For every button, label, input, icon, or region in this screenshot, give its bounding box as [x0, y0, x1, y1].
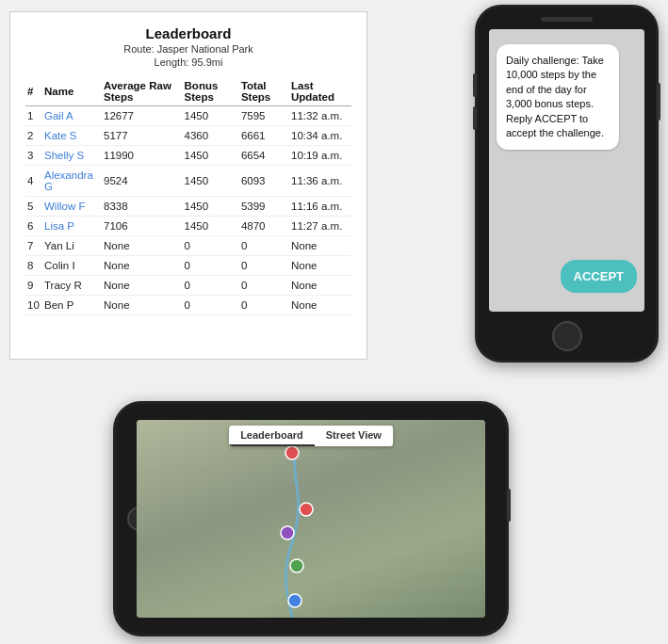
cell-total: 6093	[239, 166, 289, 197]
table-row: 4 Alexandra G 9524 1450 6093 11:36 a.m.	[25, 166, 351, 197]
svg-point-3	[290, 559, 303, 572]
leaderboard-route: Route: Jasper National Park	[25, 43, 351, 55]
cell-num: 3	[25, 146, 42, 166]
table-row: 8 Colin I None 0 0 None	[25, 256, 351, 276]
cell-updated: 11:27 a.m.	[289, 217, 351, 236]
cell-name: Tracy R	[42, 276, 102, 296]
col-avg-raw: Average Raw Steps	[102, 77, 183, 106]
cell-total: 0	[239, 236, 289, 256]
phone-right-home-btn[interactable]	[552, 321, 582, 351]
cell-total: 7595	[239, 106, 289, 126]
cell-num: 7	[25, 236, 42, 256]
cell-num: 9	[25, 276, 42, 296]
svg-point-1	[300, 503, 313, 516]
cell-avg-raw: None	[102, 236, 183, 256]
cell-num: 2	[25, 126, 42, 146]
phone-right-screen: Daily challenge: Take 10,000 steps by th…	[489, 29, 644, 312]
cell-bonus: 0	[183, 236, 239, 256]
tab-leaderboard[interactable]: Leaderboard	[229, 426, 315, 446]
cell-name: Shelly S	[42, 146, 102, 166]
cell-num: 5	[25, 197, 42, 217]
cell-total: 0	[239, 296, 289, 315]
map-tabs: Leaderboard Street View	[229, 426, 393, 446]
cell-updated: 11:32 a.m.	[289, 106, 351, 126]
cell-name: Colin I	[42, 256, 102, 276]
cell-bonus: 0	[183, 276, 239, 296]
accept-bubble[interactable]: ACCEPT	[561, 260, 637, 293]
cell-bonus: 1450	[183, 166, 239, 197]
cell-total: 5399	[239, 197, 289, 217]
cell-bonus: 1450	[183, 106, 239, 126]
cell-bonus: 4360	[183, 126, 239, 146]
cell-num: 8	[25, 256, 42, 276]
leaderboard-title: Leaderboard	[25, 25, 351, 41]
side-button-right	[657, 83, 660, 121]
phone-bottom-side-btn	[507, 489, 511, 522]
cell-avg-raw: None	[102, 296, 183, 315]
map-background: Leaderboard Street View	[137, 420, 485, 618]
cell-total: 6654	[239, 146, 289, 166]
cell-bonus: 1450	[183, 217, 239, 236]
cell-name: Kate S	[42, 126, 102, 146]
col-num: #	[25, 77, 42, 106]
table-row: 9 Tracy R None 0 0 None	[25, 276, 351, 296]
cell-name: Gail A	[42, 106, 102, 126]
table-row: 1 Gail A 12677 1450 7595 11:32 a.m.	[25, 106, 351, 126]
cell-name: Yan Li	[42, 236, 102, 256]
table-row: 2 Kate S 5177 4360 6661 10:34 a.m.	[25, 126, 351, 146]
cell-updated: 10:19 a.m.	[289, 146, 351, 166]
col-name: Name	[42, 77, 102, 106]
cell-bonus: 1450	[183, 146, 239, 166]
cell-avg-raw: 9524	[102, 166, 183, 197]
svg-point-0	[285, 446, 299, 459]
leaderboard-length: Length: 95.9mi	[25, 56, 351, 68]
cell-avg-raw: None	[102, 276, 183, 296]
col-total: Total Steps	[239, 77, 289, 106]
cell-name: Willow F	[42, 197, 102, 217]
cell-total: 0	[239, 276, 289, 296]
phone-speaker	[541, 17, 593, 22]
cell-avg-raw: 5177	[102, 126, 183, 146]
side-button-left-bot	[473, 106, 477, 130]
cell-name: Ben P	[42, 296, 102, 315]
cell-num: 1	[25, 106, 42, 126]
tab-street-view[interactable]: Street View	[315, 426, 393, 446]
cell-updated: None	[289, 236, 351, 256]
cell-total: 0	[239, 256, 289, 276]
cell-avg-raw: 8338	[102, 197, 183, 217]
cell-updated: 10:34 a.m.	[289, 126, 351, 146]
cell-bonus: 0	[183, 296, 239, 315]
phone-bottom-screen: Leaderboard Street View	[137, 420, 485, 618]
phone-bottom: Leaderboard Street View	[113, 401, 509, 636]
cell-updated: None	[289, 296, 351, 315]
leaderboard-table: # Name Average Raw Steps Bonus Steps Tot…	[25, 77, 351, 315]
side-button-left-top	[473, 73, 477, 97]
phone-right: Daily challenge: Take 10,000 steps by th…	[475, 5, 659, 362]
col-bonus: Bonus Steps	[183, 77, 239, 106]
cell-avg-raw: 12677	[102, 106, 183, 126]
cell-num: 4	[25, 166, 42, 197]
cell-avg-raw: 7106	[102, 217, 183, 236]
svg-point-2	[281, 526, 294, 539]
cell-name: Lisa P	[42, 217, 102, 236]
cell-updated: 11:36 a.m.	[289, 166, 351, 197]
challenge-bubble: Daily challenge: Take 10,000 steps by th…	[497, 44, 619, 150]
cell-updated: None	[289, 256, 351, 276]
cell-avg-raw: 11990	[102, 146, 183, 166]
table-row: 3 Shelly S 11990 1450 6654 10:19 a.m.	[25, 146, 351, 166]
cell-num: 10	[25, 296, 42, 315]
cell-bonus: 0	[183, 256, 239, 276]
table-row: 10 Ben P None 0 0 None	[25, 296, 351, 315]
challenge-text: Daily challenge: Take 10,000 steps by th…	[506, 55, 604, 138]
table-row: 7 Yan Li None 0 0 None	[25, 236, 351, 256]
col-updated: Last Updated	[289, 77, 351, 106]
cell-name: Alexandra G	[42, 166, 102, 197]
cell-bonus: 1450	[183, 197, 239, 217]
cell-total: 4870	[239, 217, 289, 236]
cell-total: 6661	[239, 126, 289, 146]
cell-updated: None	[289, 276, 351, 296]
leaderboard-panel: Leaderboard Route: Jasper National Park …	[9, 11, 367, 360]
svg-point-4	[288, 594, 301, 607]
cell-avg-raw: None	[102, 256, 183, 276]
table-row: 6 Lisa P 7106 1450 4870 11:27 a.m.	[25, 217, 351, 236]
